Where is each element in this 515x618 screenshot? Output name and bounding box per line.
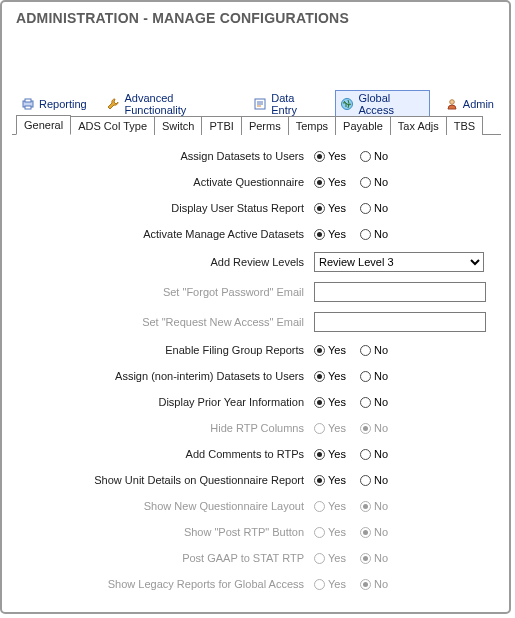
post-gaap-no: No	[360, 552, 388, 564]
post-gaap-yes: Yes	[314, 552, 346, 564]
tab-temps[interactable]: Temps	[289, 116, 336, 135]
tab-ptbi[interactable]: PTBI	[202, 116, 241, 135]
label-activate-questionnaire: Activate Questionnaire	[12, 176, 314, 188]
display-status-yes[interactable]: Yes	[314, 202, 346, 214]
svg-rect-2	[25, 106, 31, 109]
label-add-review: Add Review Levels	[12, 256, 314, 268]
form-icon	[253, 97, 267, 111]
admin-link[interactable]: Admin	[440, 95, 499, 113]
label-assign-datasets: Assign Datasets to Users	[12, 150, 314, 162]
tab-switch[interactable]: Switch	[155, 116, 202, 135]
hide-rtp-no: No	[360, 422, 388, 434]
toolbar-label: Reporting	[39, 98, 87, 110]
label-show-new-q: Show New Questionnaire Layout	[12, 500, 314, 512]
tab-tax-adjs[interactable]: Tax Adjs	[391, 116, 447, 135]
show-unit-no[interactable]: No	[360, 474, 388, 486]
label-display-status: Display User Status Report	[12, 202, 314, 214]
label-enable-filing: Enable Filing Group Reports	[12, 344, 314, 356]
wrench-icon	[106, 97, 120, 111]
display-status-no[interactable]: No	[360, 202, 388, 214]
label-show-unit: Show Unit Details on Questionnaire Repor…	[12, 474, 314, 486]
label-activate-mad: Activate Manage Active Datasets	[12, 228, 314, 240]
tab-general[interactable]: General	[16, 115, 71, 135]
activate-mad-yes[interactable]: Yes	[314, 228, 346, 240]
hide-rtp-yes: Yes	[314, 422, 346, 434]
toolbar-label: Admin	[463, 98, 494, 110]
page-title: ADMINISTRATION - MANAGE CONFIGURATIONS	[2, 2, 509, 26]
display-prior-yes[interactable]: Yes	[314, 396, 346, 408]
label-assign-noninterim: Assign (non-interim) Datasets to Users	[12, 370, 314, 382]
config-window: ADMINISTRATION - MANAGE CONFIGURATIONS R…	[0, 0, 511, 614]
show-new-q-yes: Yes	[314, 500, 346, 512]
label-show-legacy: Show Legacy Reports for Global Access	[12, 578, 314, 590]
label-add-comments: Add Comments to RTPs	[12, 448, 314, 460]
label-display-prior: Display Prior Year Information	[12, 396, 314, 408]
activate-questionnaire-no[interactable]: No	[360, 176, 388, 188]
show-post-rtp-no: No	[360, 526, 388, 538]
request-access-email-input[interactable]	[314, 312, 486, 332]
enable-filing-yes[interactable]: Yes	[314, 344, 346, 356]
assign-datasets-yes[interactable]: Yes	[314, 150, 346, 162]
add-comments-no[interactable]: No	[360, 448, 388, 460]
review-level-select[interactable]: Review Level 3	[314, 252, 484, 272]
tab-tbs[interactable]: TBS	[447, 116, 483, 135]
enable-filing-no[interactable]: No	[360, 344, 388, 356]
assign-datasets-no[interactable]: No	[360, 150, 388, 162]
show-unit-yes[interactable]: Yes	[314, 474, 346, 486]
user-icon	[445, 97, 459, 111]
label-show-post-rtp: Show "Post RTP" Button	[12, 526, 314, 538]
reporting-link[interactable]: Reporting	[16, 95, 92, 113]
activate-mad-no[interactable]: No	[360, 228, 388, 240]
add-comments-yes[interactable]: Yes	[314, 448, 346, 460]
tab-perms[interactable]: Perms	[242, 116, 289, 135]
svg-rect-1	[25, 99, 31, 102]
show-post-rtp-yes: Yes	[314, 526, 346, 538]
display-prior-no[interactable]: No	[360, 396, 388, 408]
svg-point-8	[450, 100, 455, 105]
tab-payable[interactable]: Payable	[336, 116, 391, 135]
forgot-password-email-input[interactable]	[314, 282, 486, 302]
label-post-gaap: Post GAAP to STAT RTP	[12, 552, 314, 564]
settings-form: Assign Datasets to Users Yes No Activate…	[12, 144, 501, 602]
label-request-access: Set "Request New Access" Email	[12, 316, 314, 328]
label-hide-rtp: Hide RTP Columns	[12, 422, 314, 434]
label-forgot-pw: Set "Forgot Password" Email	[12, 286, 314, 298]
show-legacy-no: No	[360, 578, 388, 590]
subtab-bar: General ADS Col Type Switch PTBI Perms T…	[12, 112, 501, 135]
assign-noninterim-no[interactable]: No	[360, 370, 388, 382]
printer-icon	[21, 97, 35, 111]
globe-icon	[340, 97, 354, 111]
assign-noninterim-yes[interactable]: Yes	[314, 370, 346, 382]
tab-ads-col-type[interactable]: ADS Col Type	[71, 116, 155, 135]
show-new-q-no: No	[360, 500, 388, 512]
show-legacy-yes: Yes	[314, 578, 346, 590]
activate-questionnaire-yes[interactable]: Yes	[314, 176, 346, 188]
